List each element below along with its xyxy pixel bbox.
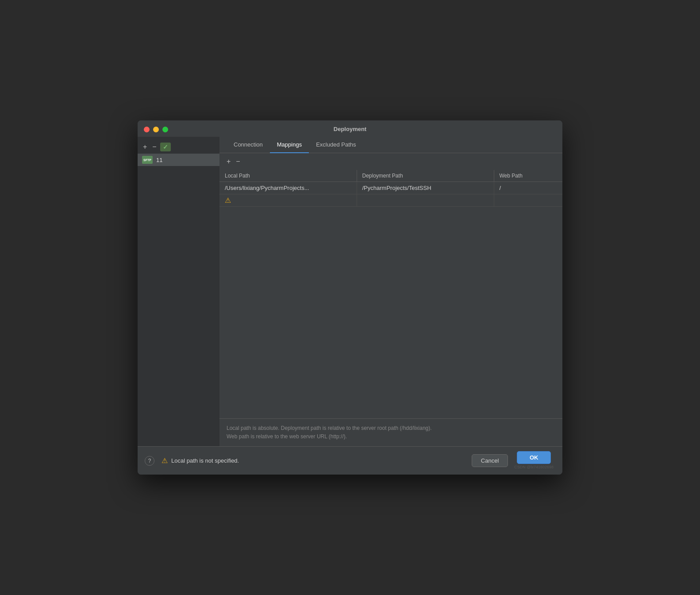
tab-connection[interactable]: Connection: [227, 137, 270, 153]
bottom-warning: ⚠ Local path is not specified.: [162, 456, 239, 465]
bottom-buttons: Cancel OK CSDN @lx741602698: [472, 451, 555, 470]
watermark: CSDN @lx741602698: [512, 464, 555, 470]
close-button[interactable]: [144, 127, 150, 132]
tab-excluded-paths[interactable]: Excluded Paths: [309, 137, 363, 153]
cell-deployment-path: /PycharmProjects/TestSSH: [357, 182, 494, 194]
info-section: Local path is absolute. Deployment path …: [219, 418, 562, 446]
col-deployment-path: Deployment Path: [357, 170, 494, 182]
table-row-warning: ⚠: [219, 194, 562, 207]
table-row[interactable]: /Users/lixiang/PycharmProjects... /Pycha…: [219, 182, 562, 194]
sftp-icon: SFTP: [142, 156, 153, 164]
bottom-warning-text: Local path is not specified.: [171, 457, 239, 464]
cell-web-path: /: [494, 182, 562, 194]
maximize-button[interactable]: [162, 127, 168, 132]
mappings-table-container: Local Path Deployment Path Web Path /Use…: [219, 170, 562, 418]
content-area: Connection Mappings Excluded Paths + −: [219, 137, 562, 446]
window-controls: [144, 127, 168, 132]
sidebar: + − ✓ SFTP 11: [138, 137, 219, 446]
warning-cell: ⚠: [219, 194, 357, 207]
deployment-dialog: Deployment + − ✓ SFTP 11 Connection: [138, 120, 562, 475]
warning-cell-empty1: [357, 194, 494, 207]
info-text-line2: Web path is relative to the web server U…: [227, 433, 555, 441]
ok-button[interactable]: OK: [517, 451, 551, 464]
sidebar-remove-button[interactable]: −: [150, 142, 158, 152]
table-section: + − Local Path Deployment Path Web Path: [219, 153, 562, 418]
dialog-title: Deployment: [334, 126, 366, 137]
info-text-line1: Local path is absolute. Deployment path …: [227, 424, 555, 433]
title-bar: Deployment: [138, 120, 562, 137]
help-button[interactable]: ?: [145, 456, 154, 466]
sidebar-toolbar: + − ✓: [138, 140, 219, 154]
cell-local-path: /Users/lixiang/PycharmProjects...: [219, 182, 357, 194]
sidebar-confirm-button[interactable]: ✓: [160, 143, 171, 151]
col-local-path: Local Path: [219, 170, 357, 182]
minimize-button[interactable]: [153, 127, 159, 132]
dialog-body: + − ✓ SFTP 11 Connection Mappings: [138, 137, 562, 446]
sidebar-add-button[interactable]: +: [141, 142, 149, 152]
table-add-button[interactable]: +: [225, 157, 232, 166]
cancel-button[interactable]: Cancel: [472, 454, 508, 467]
table-remove-button[interactable]: −: [234, 157, 242, 166]
row-warning-icon: ⚠: [225, 197, 231, 204]
tabs-bar: Connection Mappings Excluded Paths: [219, 137, 562, 153]
sidebar-item-11[interactable]: SFTP 11: [138, 154, 219, 166]
bottom-warning-icon: ⚠: [162, 456, 168, 465]
sidebar-item-label: 11: [156, 157, 162, 163]
col-web-path: Web Path: [494, 170, 562, 182]
bottom-bar: ? ⚠ Local path is not specified. Cancel …: [138, 446, 562, 475]
table-toolbar: + −: [219, 153, 562, 170]
mappings-table: Local Path Deployment Path Web Path /Use…: [219, 170, 562, 207]
tab-mappings[interactable]: Mappings: [270, 137, 309, 153]
warning-cell-empty2: [494, 194, 562, 207]
